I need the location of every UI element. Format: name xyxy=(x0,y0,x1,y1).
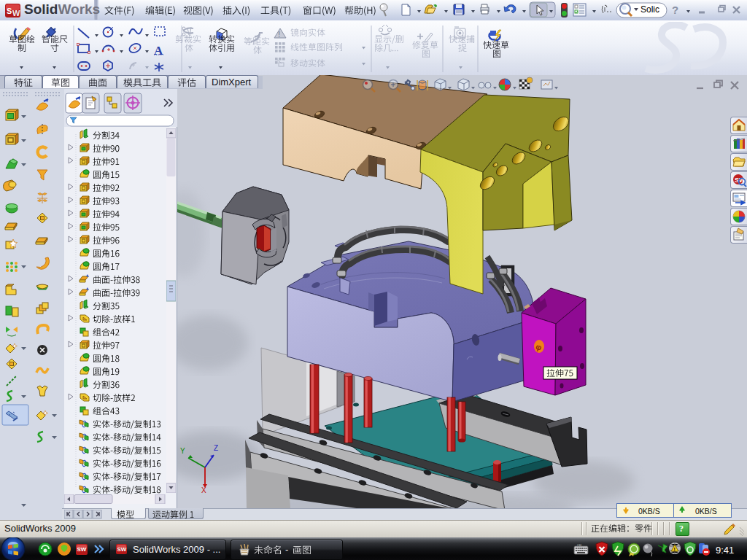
svg-text:0KB/S: 0KB/S xyxy=(638,507,660,516)
svg-text:CH: CH xyxy=(577,543,581,547)
svg-text:!: ! xyxy=(278,31,280,39)
svg-text:X: X xyxy=(201,486,206,494)
svg-text:?: ? xyxy=(672,4,678,16)
svg-text:SW: SW xyxy=(735,176,746,184)
svg-text:Z: Z xyxy=(214,444,218,452)
svg-text:0KB/S: 0KB/S xyxy=(695,507,717,516)
svg-text:A: A xyxy=(154,44,163,58)
svg-text:Y: Y xyxy=(180,447,185,455)
svg-text:Solic: Solic xyxy=(640,4,659,15)
svg-text:!: ! xyxy=(674,547,676,552)
svg-text:9:41: 9:41 xyxy=(716,545,734,556)
